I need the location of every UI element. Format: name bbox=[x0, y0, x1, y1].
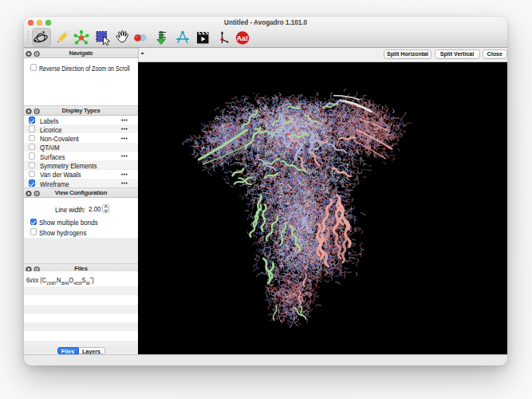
svg-text:Aa!: Aa! bbox=[236, 34, 248, 41]
